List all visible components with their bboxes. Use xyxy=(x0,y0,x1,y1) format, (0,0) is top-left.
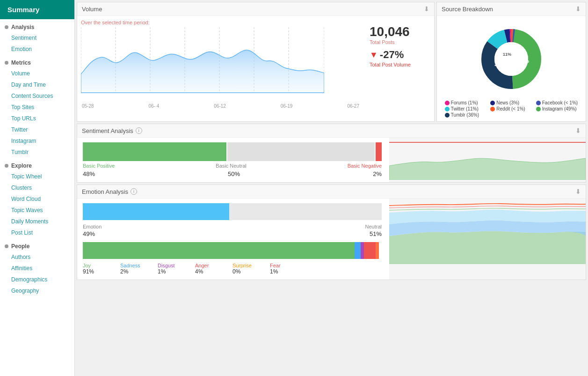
emotion-thumb-svg xyxy=(389,199,586,264)
sidebar-item-top-urls[interactable]: Top URLs xyxy=(0,113,74,124)
emotion-bars: Emotion Neutral 49% 51% xyxy=(77,199,387,280)
sentiment-chart-thumbnail xyxy=(389,138,586,182)
volume-change-pct: -27% xyxy=(380,49,404,61)
anger-name: Anger xyxy=(195,263,232,268)
sidebar-item-geography[interactable]: Geography xyxy=(0,285,74,296)
disgust-pct: 1% xyxy=(158,268,195,275)
source-content: 11% 36% 49% Forums (1%) News (3%) xyxy=(437,16,586,121)
volume-panel-header: Volume ⬇ xyxy=(77,2,434,16)
sidebar-item-clusters[interactable]: Clusters xyxy=(0,182,74,193)
donut-svg: 11% 36% 49% xyxy=(474,22,549,96)
sidebar-item-demographics[interactable]: Demographics xyxy=(0,274,74,285)
sidebar-item-affinities[interactable]: Affinities xyxy=(0,263,74,274)
emotion-breakdown-labels: Joy 91% Sadness 2% Disgust 1% Anger 4% xyxy=(83,263,382,275)
emotion-pct: 49% xyxy=(83,230,95,237)
legend-twitter: Twitter (11%) xyxy=(445,106,486,111)
sidebar-section-explore: Explore xyxy=(0,158,74,171)
source-title: Source Breakdown xyxy=(442,6,493,13)
fear-bar xyxy=(376,242,378,259)
joy-pct: 91% xyxy=(83,268,120,275)
legend-instagram: Instagram (49%) xyxy=(536,106,578,111)
section-dot xyxy=(5,164,8,168)
volume-download-icon[interactable]: ⬇ xyxy=(424,5,429,13)
sadness-name: Sadness xyxy=(120,263,158,268)
legend-forums: Forums (1%) xyxy=(445,100,486,105)
fear-label-item: Fear 1% xyxy=(270,263,307,275)
neutral-bar2 xyxy=(229,203,382,220)
positive-pct: 48% xyxy=(83,170,95,177)
donut-chart: 11% 36% 49% xyxy=(474,22,549,96)
volume-arrow-icon: ▼ xyxy=(370,50,378,60)
legend-news: News (3%) xyxy=(490,100,532,105)
sidebar-item-emotion[interactable]: Emotion xyxy=(0,44,74,55)
joy-label-item: Joy 91% xyxy=(83,263,120,275)
volume-chart-svg xyxy=(81,27,324,102)
sidebar-item-topic-wheel[interactable]: Topic Wheel xyxy=(0,171,74,182)
emotion-breakdown-bar xyxy=(83,242,382,259)
sidebar-summary[interactable]: Summary xyxy=(0,0,74,19)
sentiment-labels: Basic Positive Basic Neutral Basic Negat… xyxy=(83,163,382,169)
volume-change-row: ▼ -27% xyxy=(370,49,430,61)
negative-bar xyxy=(376,142,382,161)
fear-name: Fear xyxy=(270,263,307,268)
sidebar-item-daily-moments[interactable]: Daily Moments xyxy=(0,216,74,227)
neutral-label: Basic Neutral xyxy=(216,163,246,169)
volume-content: Over the selected time period: xyxy=(77,16,434,112)
volume-xaxis: 05-28 06- 4 06-12 06-19 06-27 xyxy=(81,103,360,109)
emotion-info-icon[interactable]: i xyxy=(131,188,137,195)
sidebar-item-tumblr[interactable]: Tumblr xyxy=(0,147,74,158)
joy-name: Joy xyxy=(83,263,120,268)
sidebar-section-metrics: Metrics xyxy=(0,55,74,68)
legend-facebook: Facebook (< 1%) xyxy=(536,100,578,105)
positive-bar xyxy=(83,142,226,161)
legend-dot-instagram xyxy=(536,107,541,111)
sentiment-bars: Basic Positive Basic Neutral Basic Negat… xyxy=(77,138,387,182)
emotion-pct-row: 49% 51% xyxy=(83,230,382,237)
sidebar-section-analysis: Analysis xyxy=(0,19,74,32)
source-panel-header: Source Breakdown ⬇ xyxy=(437,2,586,16)
sidebar-item-twitter[interactable]: Twitter xyxy=(0,124,74,135)
legend-reddit: Reddit (< 1%) xyxy=(490,106,532,111)
sidebar-item-sentiment[interactable]: Sentiment xyxy=(0,32,74,44)
sidebar-item-day-and-time[interactable]: Day and Time xyxy=(0,79,74,90)
sidebar-item-authors[interactable]: Authors xyxy=(0,251,74,263)
emotion-top-bar xyxy=(83,203,382,220)
sidebar-item-topic-waves[interactable]: Topic Waves xyxy=(0,205,74,216)
sidebar: Summary Analysis Sentiment Emotion Metri… xyxy=(0,0,75,376)
disgust-label-item: Disgust 1% xyxy=(158,263,195,275)
sidebar-item-post-list[interactable]: Post List xyxy=(0,227,74,238)
positive-label: Basic Positive xyxy=(83,163,115,169)
sentiment-percentages: 48% 50% 2% xyxy=(83,170,382,177)
source-panel: Source Breakdown ⬇ xyxy=(436,2,586,122)
neutral-pct2: 51% xyxy=(370,230,382,237)
negative-label: Basic Negative xyxy=(348,163,382,169)
sidebar-section-people: People xyxy=(0,238,74,251)
emotion-label: Emotion xyxy=(83,224,102,229)
neutral-label2: Neutral xyxy=(365,224,382,229)
section-dot xyxy=(5,61,8,65)
emotion-panel: Emotion Analysis i ⬇ Emotion Neutral 49%… xyxy=(77,184,586,280)
sentiment-info-icon[interactable]: i xyxy=(136,127,142,134)
sidebar-item-volume[interactable]: Volume xyxy=(0,68,74,79)
section-dot xyxy=(5,244,8,248)
section-dot xyxy=(5,25,8,29)
anger-bar xyxy=(364,242,376,259)
anger-pct: 4% xyxy=(195,268,232,275)
volume-chart-label: Over the selected time period: xyxy=(81,20,360,25)
sentiment-download-icon[interactable]: ⬇ xyxy=(575,127,581,134)
legend-dot-reddit xyxy=(490,107,495,111)
svg-text:11%: 11% xyxy=(503,52,511,57)
svg-text:36%: 36% xyxy=(494,62,504,67)
sadness-label-item: Sadness 2% xyxy=(120,263,158,275)
sidebar-item-top-sites[interactable]: Top Sites xyxy=(0,102,74,113)
emotion-content: Emotion Neutral 49% 51% xyxy=(77,199,586,280)
emotion-download-icon[interactable]: ⬇ xyxy=(575,188,581,195)
legend-dot-news xyxy=(490,101,495,105)
top-row: Volume ⬇ Over the selected time period: xyxy=(77,2,586,122)
source-legend: Forums (1%) News (3%) Facebook (< 1%) Tw… xyxy=(445,100,578,118)
sidebar-item-instagram[interactable]: Instagram xyxy=(0,135,74,147)
sidebar-item-word-cloud[interactable]: Word Cloud xyxy=(0,193,74,205)
source-download-icon[interactable]: ⬇ xyxy=(575,5,581,13)
sidebar-item-content-sources[interactable]: Content Sources xyxy=(0,90,74,102)
legend-dot-twitter xyxy=(445,107,450,111)
